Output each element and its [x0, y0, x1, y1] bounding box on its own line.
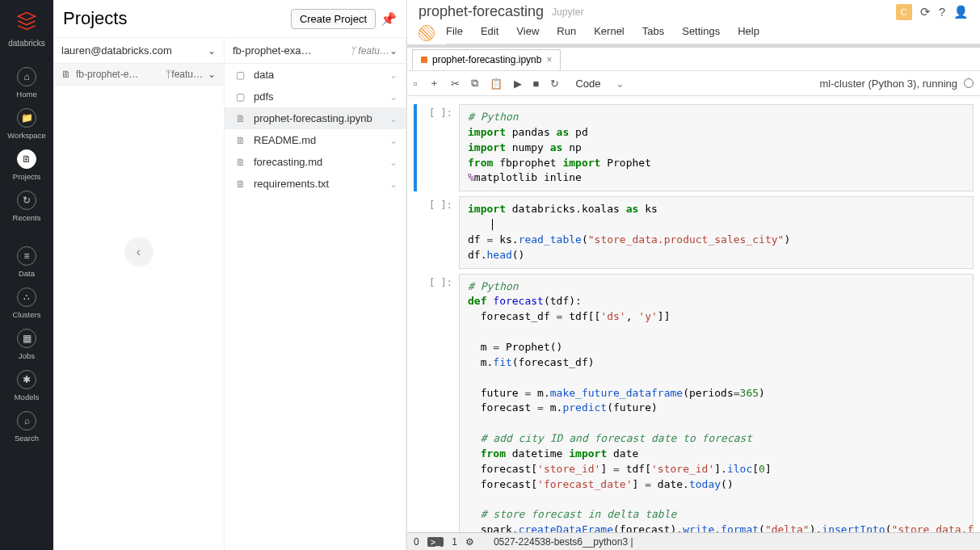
notebook-tab[interactable]: prophet-forecasting.ipynb ×: [412, 49, 561, 70]
file-row[interactable]: ▢data⌄: [225, 64, 406, 86]
status-mid: 1: [452, 536, 457, 548]
terminal-icon[interactable]: >_: [427, 537, 444, 547]
code-input[interactable]: # Python import pandas as pd import nump…: [459, 104, 974, 191]
file-icon: 🗎: [61, 69, 71, 80]
code-cell[interactable]: [ ]: # Python import pandas as pd import…: [414, 104, 974, 191]
left-rail: databricks ⌂Home📁Workspace🗎Projects↻Rece…: [0, 0, 53, 550]
rail-item-jobs[interactable]: ▦Jobs: [7, 324, 45, 365]
notebook-area[interactable]: [ ]: # Python import pandas as pd import…: [407, 96, 980, 532]
chevron-down-icon[interactable]: ⌄: [389, 69, 397, 81]
file-icon: 🗎: [236, 178, 247, 190]
code-cell[interactable]: [ ]: # Python def forecast(tdf): forecas…: [414, 274, 974, 532]
jupyter-title-bar: prophet-forecasting Jupyter C ⟳ ? 👤: [407, 0, 980, 22]
help-icon[interactable]: ?: [939, 5, 945, 19]
user-selector[interactable]: lauren@databricks.com ⌄: [53, 38, 224, 64]
rail-item-data[interactable]: ≡Data: [7, 241, 45, 283]
menu-run[interactable]: Run: [557, 25, 576, 37]
restart-icon[interactable]: ↻: [550, 78, 559, 90]
user-badge[interactable]: C: [896, 4, 912, 20]
jupyter-tabs: prophet-forecasting.ipynb ×: [407, 48, 980, 71]
search-icon: ⌕: [17, 411, 36, 430]
file-row[interactable]: 🗎forecasting.md⌄: [225, 151, 406, 173]
rail-label: Workspace: [7, 131, 45, 140]
code-input[interactable]: import databricks.koalas as ks df = ks.r…: [459, 196, 974, 268]
cell-prompt: [ ]:: [414, 274, 459, 532]
branch-name-full: featu…: [358, 45, 389, 57]
rail-item-search[interactable]: ⌕Search: [7, 406, 45, 447]
file-name: README.md: [254, 134, 383, 146]
cell-prompt: [ ]:: [414, 104, 459, 191]
chevron-down-icon[interactable]: ⌄: [389, 91, 397, 103]
chevron-down-icon[interactable]: ⌄: [389, 113, 397, 124]
recents-icon: ↻: [17, 191, 36, 210]
rail-label: Clusters: [13, 310, 41, 319]
projects-icon: 🗎: [17, 149, 36, 169]
file-name: data: [254, 69, 383, 81]
refresh-icon[interactable]: ⟳: [920, 5, 931, 19]
databricks-logo-icon: [14, 8, 40, 34]
close-icon[interactable]: ×: [546, 54, 552, 65]
projects-col-files: fb-prophet-exa… ᛘfeatu… ⌄ ▢data⌄▢pdfs⌄🗎p…: [225, 38, 406, 550]
jupyter-menu-bar: FileEditViewRunKernelTabsSettingsHelp: [446, 22, 980, 44]
rail-item-clusters[interactable]: ∴Clusters: [7, 283, 45, 324]
rail-item-home[interactable]: ⌂Home: [7, 62, 45, 103]
cell-type-label: Code: [575, 78, 600, 90]
repo-header[interactable]: fb-prophet-exa… ᛘfeatu… ⌄: [225, 38, 406, 64]
models-icon: ✱: [17, 370, 36, 389]
jupyter-subtitle: Jupyter: [552, 6, 583, 18]
cell-type-selector[interactable]: Code ⌄: [570, 77, 629, 90]
cut-icon[interactable]: ✂: [451, 78, 460, 90]
back-button[interactable]: ‹: [124, 237, 154, 267]
repo-row[interactable]: 🗎 fb-prophet-e… ᛘfeatu… ⌄: [53, 64, 224, 86]
brand-label: databricks: [8, 39, 45, 48]
user-icon[interactable]: 👤: [953, 5, 969, 19]
folder-icon: ▢: [236, 69, 247, 81]
file-row[interactable]: 🗎README.md⌄: [225, 129, 406, 151]
run-icon[interactable]: ▶: [514, 78, 522, 90]
menu-tabs[interactable]: Tabs: [642, 25, 664, 37]
jupyter-logo-icon: [418, 25, 435, 41]
settings-icon[interactable]: ⚙: [465, 536, 474, 548]
rail-label: Home: [16, 90, 36, 99]
rail-label: Search: [15, 434, 39, 443]
rail-item-projects[interactable]: 🗎Projects: [7, 145, 45, 186]
stop-icon[interactable]: ■: [533, 78, 540, 90]
menu-edit[interactable]: Edit: [481, 25, 498, 37]
copy-icon[interactable]: ⧉: [471, 77, 478, 90]
pin-icon[interactable]: 📌: [381, 11, 397, 27]
add-cell-icon[interactable]: ＋: [429, 76, 440, 90]
code-cell[interactable]: [ ]: import databricks.koalas as ks df =…: [414, 196, 974, 268]
projects-col-users: lauren@databricks.com ⌄ 🗎 fb-prophet-e… …: [53, 38, 225, 550]
chevron-down-icon[interactable]: ⌄: [389, 135, 397, 146]
home-icon: ⌂: [17, 67, 36, 86]
rail-item-recents[interactable]: ↻Recents: [7, 186, 45, 227]
rail-item-workspace[interactable]: 📁Workspace: [7, 103, 45, 145]
code-input[interactable]: # Python def forecast(tdf): forecast_df …: [459, 274, 974, 532]
file-icon: 🗎: [236, 113, 247, 124]
menu-kernel[interactable]: Kernel: [594, 25, 625, 37]
file-name: prophet-forecasting.ipynb: [254, 112, 383, 124]
cell-prompt: [ ]:: [414, 196, 459, 268]
create-project-button[interactable]: Create Project: [291, 9, 376, 29]
kernel-status-text: 0527-224538-bests6__python3 |: [494, 536, 633, 548]
branch-icon: ᛘ: [350, 45, 355, 57]
repo-name-full: fb-prophet-exa…: [233, 44, 345, 57]
jupyter-status-bar: 0 >_ 1 ⚙ 0527-224538-bests6__python3 |: [407, 532, 980, 550]
status-num: 0: [414, 536, 419, 548]
rail-label: Models: [15, 393, 40, 401]
chevron-down-icon[interactable]: ⌄: [389, 178, 397, 190]
file-row[interactable]: ▢pdfs⌄: [225, 86, 406, 107]
paste-icon[interactable]: 📋: [490, 78, 503, 90]
folder-icon: ▢: [236, 91, 247, 103]
chevron-down-icon[interactable]: ⌄: [389, 157, 397, 168]
file-row[interactable]: 🗎prophet-forecasting.ipynb⌄: [225, 107, 406, 129]
save-icon[interactable]: ▫: [414, 78, 418, 90]
rail-label: Recents: [13, 213, 41, 222]
rail-item-models[interactable]: ✱Models: [7, 365, 45, 406]
kernel-label: ml-cluster (Python 3), running: [819, 78, 957, 90]
menu-file[interactable]: File: [446, 25, 463, 37]
menu-settings[interactable]: Settings: [682, 25, 720, 37]
menu-view[interactable]: View: [516, 25, 539, 37]
menu-help[interactable]: Help: [738, 25, 759, 37]
file-row[interactable]: 🗎requirements.txt⌄: [225, 173, 406, 195]
